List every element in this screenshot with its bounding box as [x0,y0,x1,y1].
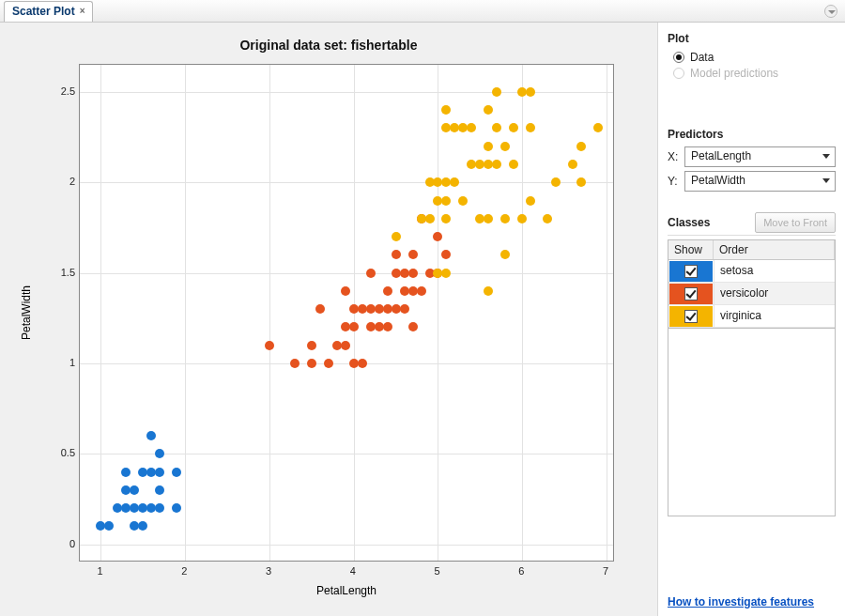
data-point[interactable] [315,304,325,314]
data-point[interactable] [400,304,409,314]
data-point[interactable] [172,468,181,477]
data-point[interactable] [526,87,535,97]
x-label: X: [668,150,684,163]
predictors-title: Predictors [668,128,836,141]
data-point[interactable] [408,250,418,259]
class-row[interactable]: setosa [668,260,835,283]
data-point[interactable] [441,105,451,115]
class-row[interactable]: virginica [668,305,835,328]
tab-scatter-plot[interactable]: Scatter Plot × [4,1,93,22]
class-row[interactable]: versicolor [668,283,835,305]
data-point[interactable] [526,196,535,206]
data-point[interactable] [358,359,367,368]
data-point[interactable] [484,286,493,296]
x-tick: 2 [181,565,187,577]
data-point[interactable] [324,359,333,368]
classes-empty-area [668,329,836,516]
data-point[interactable] [509,123,518,132]
data-point[interactable] [467,123,476,132]
plot-section-title: Plot [668,32,836,45]
data-point[interactable] [104,521,114,531]
col-order-header[interactable]: Order [714,240,835,259]
data-point[interactable] [155,485,164,495]
move-to-front-button[interactable]: Move to Front [755,212,836,233]
tab-bar: Scatter Plot × [0,0,845,23]
checkbox-icon[interactable] [684,287,698,300]
data-point[interactable] [576,142,586,151]
data-point[interactable] [441,214,451,223]
data-point[interactable] [375,322,384,331]
data-point[interactable] [130,485,139,495]
data-point[interactable] [576,177,586,187]
data-point[interactable] [441,196,451,206]
data-point[interactable] [568,160,577,169]
data-point[interactable] [417,286,426,296]
chart-title: Original data set: fishertable [6,38,652,53]
data-point[interactable] [492,123,501,132]
class-name: versicolor [714,283,835,304]
data-point[interactable] [290,359,300,368]
x-predictor-select[interactable]: PetalLength [684,146,836,167]
data-point[interactable] [155,468,164,477]
data-point[interactable] [408,269,418,278]
data-point[interactable] [500,142,510,151]
data-point[interactable] [441,269,451,278]
data-point[interactable] [121,468,131,477]
data-point[interactable] [492,87,501,97]
data-point[interactable] [441,250,451,259]
data-point[interactable] [307,359,316,368]
data-point[interactable] [543,214,552,223]
class-name: virginica [714,305,835,327]
scatter-chart: Original data set: fishertable PetalLeng… [6,32,652,610]
col-show-header[interactable]: Show [668,240,714,259]
data-point[interactable] [392,232,401,241]
data-point[interactable] [155,503,164,513]
data-point[interactable] [500,250,510,259]
x-axis-label: PetalLength [79,584,614,597]
data-point[interactable] [450,177,459,187]
data-point[interactable] [341,341,350,350]
y-tick: 0.5 [51,447,75,458]
y-tick: 1.5 [51,267,75,278]
data-point[interactable] [492,160,501,169]
checkbox-icon[interactable] [684,265,698,278]
data-point[interactable] [484,214,493,223]
close-icon[interactable]: × [77,6,88,17]
data-point[interactable] [551,177,561,187]
data-point[interactable] [517,214,527,223]
plot-panel: Original data set: fishertable PetalLeng… [0,23,657,616]
data-point[interactable] [484,105,493,115]
data-point[interactable] [383,286,392,296]
data-point[interactable] [526,123,535,132]
x-predictor-row: X: PetalLength [668,146,836,167]
data-point[interactable] [509,160,518,169]
data-point[interactable] [138,521,147,531]
plot-area[interactable] [79,64,614,562]
data-point[interactable] [500,214,510,223]
radio-data[interactable]: Data [673,51,836,64]
data-point[interactable] [458,196,468,206]
data-point[interactable] [155,449,164,458]
data-point[interactable] [172,503,181,513]
radio-data-label: Data [690,51,714,64]
y-predictor-select[interactable]: PetalWidth [684,171,836,192]
data-point[interactable] [484,142,493,151]
help-link[interactable]: How to investigate features [668,595,814,608]
data-point[interactable] [366,269,376,278]
x-tick: 6 [518,565,524,577]
data-point[interactable] [265,341,274,350]
side-panel: Plot Data Model predictions Predictors X… [657,23,845,616]
data-point[interactable] [146,431,156,440]
data-point[interactable] [425,214,435,223]
data-point[interactable] [383,322,392,331]
data-point[interactable] [433,232,442,241]
data-point[interactable] [593,123,603,132]
data-point[interactable] [408,322,418,331]
x-tick: 3 [266,565,271,577]
dropdown-icon[interactable] [824,5,837,18]
data-point[interactable] [349,322,359,331]
data-point[interactable] [341,286,350,296]
checkbox-icon[interactable] [684,310,698,323]
data-point[interactable] [392,250,401,259]
data-point[interactable] [307,341,316,350]
